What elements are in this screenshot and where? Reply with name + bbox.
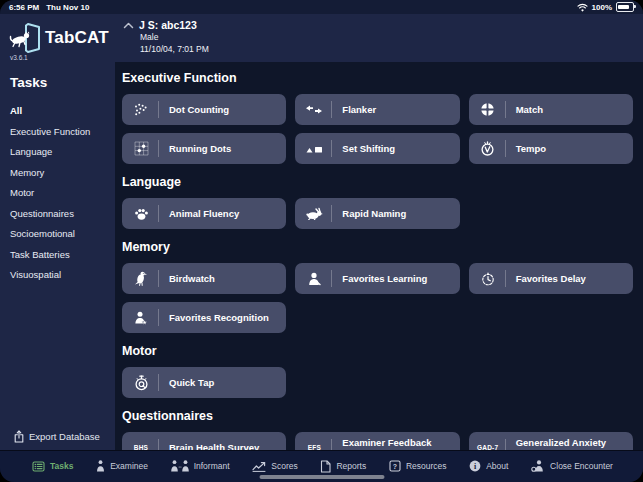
task-button-quick-tap[interactable]: Quick Tap — [122, 367, 286, 398]
divider — [505, 439, 506, 450]
patient-name: J S: abc123 — [139, 19, 197, 31]
bird-icon — [128, 271, 154, 286]
task-button-animal-fluency[interactable]: Animal Fluency — [122, 198, 286, 229]
tab-examinee[interactable]: Examinee — [96, 460, 148, 472]
tab-label: Tasks — [50, 461, 73, 471]
resources-question-icon: ? — [389, 460, 401, 472]
paw-icon — [128, 207, 154, 221]
person-star-icon — [128, 311, 154, 325]
section-grid: Quick Tap — [122, 367, 633, 398]
tab-reports[interactable]: Reports — [320, 460, 366, 473]
tab-close-encounter[interactable]: Close Encounter — [531, 460, 613, 472]
examinee-person-icon — [96, 460, 105, 472]
chevron-up-icon[interactable] — [123, 22, 134, 29]
sidebar-item-all[interactable]: All — [10, 105, 115, 116]
patient-datetime: 11/10/04, 7:01 PM — [140, 43, 209, 55]
sidebar-item-executive-function[interactable]: Executive Function — [10, 126, 115, 137]
task-button-rapid-naming[interactable]: Rapid Naming — [295, 198, 459, 229]
tempo-metronome-icon — [475, 141, 501, 156]
tab-about[interactable]: i About — [469, 460, 508, 472]
tab-label: Resources — [406, 461, 447, 471]
task-button-birdwatch[interactable]: Birdwatch — [122, 263, 286, 294]
section-title-questionnaires: Questionnaires — [122, 410, 633, 423]
divider — [331, 439, 332, 450]
stopwatch-q-icon — [128, 375, 154, 391]
task-button-dot-counting[interactable]: Dot Counting — [122, 94, 286, 125]
task-button-examiner-feedback-survey[interactable]: EFS Examiner Feedback Survey — [295, 432, 459, 450]
divider — [158, 439, 159, 450]
scores-chart-icon — [252, 461, 266, 472]
task-label: Tempo — [516, 143, 550, 154]
task-list-panel: Executive Function Dot Counting — [115, 62, 643, 450]
task-label: Flanker — [342, 104, 380, 115]
task-button-match[interactable]: Match — [469, 94, 633, 125]
task-button-brain-health-survey[interactable]: BHS Brain Health Survey — [122, 432, 286, 450]
tab-tasks[interactable]: Tasks — [32, 461, 73, 472]
task-button-flanker[interactable]: Flanker — [295, 94, 459, 125]
sidebar-item-language[interactable]: Language — [10, 146, 115, 157]
sidebar-item-memory[interactable]: Memory — [10, 167, 115, 178]
sidebar-item-socioemotional[interactable]: Socioemotional — [10, 228, 115, 239]
tab-label: Close Encounter — [550, 461, 613, 471]
sidebar-item-motor[interactable]: Motor — [10, 187, 115, 198]
share-export-icon — [14, 430, 24, 443]
task-button-favorites-learning[interactable]: Favorites Learning — [295, 263, 459, 294]
sidebar-item-task-batteries[interactable]: Task Batteries — [10, 249, 115, 260]
task-label: Examiner Feedback Survey — [342, 437, 459, 451]
patient-sex: Male — [140, 31, 209, 43]
wifi-icon — [577, 3, 588, 12]
divider — [331, 270, 332, 287]
informant-people-icon — [171, 460, 189, 472]
section-title-language: Language — [122, 176, 633, 189]
divider — [505, 140, 506, 157]
export-database-button[interactable]: Export Database — [14, 430, 100, 443]
task-button-tempo[interactable]: Tempo — [469, 133, 633, 164]
task-label: Animal Fluency — [169, 208, 243, 219]
task-button-favorites-delay[interactable]: Favorites Delay — [469, 263, 633, 294]
battery-icon — [616, 2, 634, 12]
app-version: v3.6.1 — [10, 54, 28, 61]
divider — [331, 101, 332, 118]
reports-document-icon — [320, 460, 331, 473]
svg-text:?: ? — [393, 463, 397, 470]
logo-area: TabCAT v3.6.1 — [0, 14, 115, 62]
clock-date: Thu Nov 10 — [46, 3, 89, 12]
app-name: TabCAT — [45, 28, 109, 48]
divider — [158, 309, 159, 326]
divider — [331, 205, 332, 222]
task-label: Birdwatch — [169, 273, 219, 284]
task-label: Favorites Recognition — [169, 312, 273, 323]
tab-scores[interactable]: Scores — [252, 461, 297, 472]
task-button-favorites-recognition[interactable]: Favorites Recognition — [122, 302, 286, 333]
sidebar-item-visuospatial[interactable]: Visuospatial — [10, 269, 115, 280]
task-label: Set Shifting — [342, 143, 399, 154]
task-label: Dot Counting — [169, 104, 233, 115]
section-grid: Animal Fluency Rapid Naming — [122, 198, 633, 229]
task-label: Running Dots — [169, 143, 235, 154]
tab-resources[interactable]: ? Resources — [389, 460, 447, 472]
patient-header[interactable]: J S: abc123 Male 11/10/04, 7:01 PM — [115, 14, 209, 62]
cat-through-tablet-logo — [8, 22, 42, 54]
person-icon — [301, 272, 327, 286]
tab-label: Examinee — [110, 461, 148, 471]
home-indicator[interactable] — [259, 475, 384, 479]
rabbit-icon — [301, 207, 327, 220]
sidebar-list: All Executive Function Language Memory M… — [0, 105, 115, 280]
task-button-running-dots[interactable]: Running Dots — [122, 133, 286, 164]
task-label: Quick Tap — [169, 377, 218, 388]
close-encounter-person-icon — [531, 460, 545, 472]
tab-informant[interactable]: Informant — [171, 460, 230, 472]
divider — [331, 140, 332, 157]
divider — [158, 205, 159, 222]
divider — [158, 101, 159, 118]
task-label: Favorites Delay — [516, 273, 590, 284]
section-grid: Dot Counting Flanker — [122, 94, 633, 164]
tab-label: Informant — [194, 461, 230, 471]
sidebar-item-questionnaires[interactable]: Questionnaires — [10, 208, 115, 219]
sidebar-heading: Tasks — [10, 75, 115, 90]
section-title-executive-function: Executive Function — [122, 72, 633, 85]
export-database-label: Export Database — [29, 431, 100, 442]
task-button-generalized-anxiety-disorder[interactable]: GAD-7 Generalized Anxiety Disorder — [469, 432, 633, 450]
task-button-set-shifting[interactable]: Set Shifting — [295, 133, 459, 164]
timer-icon — [475, 272, 501, 286]
